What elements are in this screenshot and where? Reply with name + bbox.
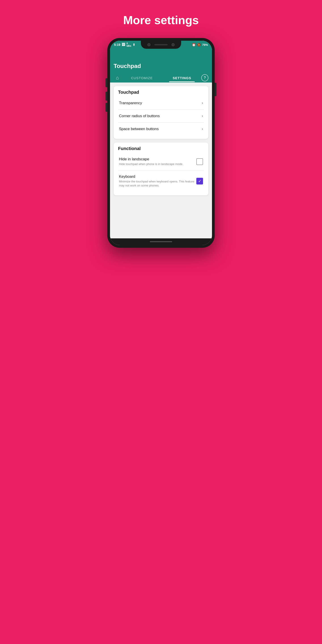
bottom-bar bbox=[110, 238, 212, 245]
home-icon: ⌂ bbox=[116, 75, 119, 80]
keyboard-item[interactable]: Keyboard Minimize the touchpad when keyb… bbox=[118, 170, 204, 192]
home-indicator bbox=[150, 241, 172, 242]
hide-landscape-checkbox[interactable] bbox=[196, 158, 203, 165]
hide-landscape-item[interactable]: Hide in landscape Hide touchpad when pho… bbox=[118, 153, 204, 170]
phone-screen: 5:19 🖼 0 kB/s ⬆ ⏰ 🔕 79% Touchpa bbox=[110, 41, 212, 245]
space-between-label: Space between buttons bbox=[119, 127, 202, 131]
notch-bar: 5:19 🖼 0 kB/s ⬆ ⏰ 🔕 79% bbox=[110, 41, 212, 58]
keyboard-sublabel: Minimize the touchpad when keyboard open… bbox=[119, 180, 196, 188]
network-speed: 0 kB/s bbox=[126, 42, 131, 47]
front-camera bbox=[147, 43, 150, 46]
functional-section-card: Functional Hide in landscape Hide touchp… bbox=[114, 142, 208, 196]
hide-landscape-sublabel: Hide touchpad when phone is in landscape… bbox=[119, 162, 196, 166]
touchpad-section-card: Touchpad Transparency › Corner radius of… bbox=[114, 86, 208, 139]
battery-percent: 79% bbox=[202, 43, 208, 46]
status-time: 5:19 bbox=[114, 43, 120, 46]
phone-device: 5:19 🖼 0 kB/s ⬆ ⏰ 🔕 79% Touchpa bbox=[107, 38, 215, 248]
corner-radius-label: Corner radius of buttons bbox=[119, 114, 202, 118]
page-title: More settings bbox=[123, 14, 199, 27]
functional-section-title: Functional bbox=[118, 146, 204, 151]
cursor-icon: ⬆ bbox=[132, 43, 135, 46]
hide-landscape-label: Hide in landscape bbox=[119, 157, 196, 162]
status-bar: 5:19 🖼 0 kB/s ⬆ ⏰ 🔕 79% bbox=[110, 41, 212, 49]
home-tab-icon[interactable]: ⌂ bbox=[114, 73, 121, 82]
space-between-chevron-icon: › bbox=[202, 126, 203, 131]
status-right: ⏰ 🔕 79% bbox=[192, 43, 208, 46]
corner-radius-item[interactable]: Corner radius of buttons › bbox=[118, 110, 204, 122]
content-area: Touchpad Transparency › Corner radius of… bbox=[110, 82, 212, 238]
status-left: 5:19 🖼 0 kB/s ⬆ bbox=[114, 42, 135, 47]
keyboard-label: Keyboard bbox=[119, 174, 196, 179]
corner-radius-chevron-icon: › bbox=[202, 114, 203, 118]
notch-cutout bbox=[141, 41, 181, 49]
tab-bar: ⌂ CUSTOMIZE SETTINGS ? bbox=[114, 73, 208, 82]
tabs-container: CUSTOMIZE SETTINGS bbox=[121, 74, 201, 82]
alarm-icon: ⏰ bbox=[192, 43, 196, 46]
transparency-label: Transparency bbox=[119, 101, 202, 105]
app-title: Touchpad bbox=[114, 61, 208, 73]
empty-space bbox=[114, 199, 208, 235]
app-header: Touchpad ⌂ CUSTOMIZE SETTINGS ? bbox=[110, 58, 212, 82]
help-button[interactable]: ? bbox=[201, 74, 208, 82]
tab-customize[interactable]: CUSTOMIZE bbox=[128, 74, 156, 82]
speaker-grille bbox=[154, 44, 168, 46]
bell-off-icon: 🔕 bbox=[197, 43, 201, 46]
front-sensor bbox=[172, 43, 175, 46]
tab-settings[interactable]: SETTINGS bbox=[169, 74, 195, 82]
transparency-item[interactable]: Transparency › bbox=[118, 96, 204, 110]
gallery-icon: 🖼 bbox=[122, 43, 125, 47]
transparency-chevron-icon: › bbox=[202, 100, 203, 105]
touchpad-section-title: Touchpad bbox=[118, 90, 204, 95]
keyboard-checkbox[interactable]: ✓ bbox=[196, 178, 203, 184]
space-between-item[interactable]: Space between buttons › bbox=[118, 122, 204, 135]
